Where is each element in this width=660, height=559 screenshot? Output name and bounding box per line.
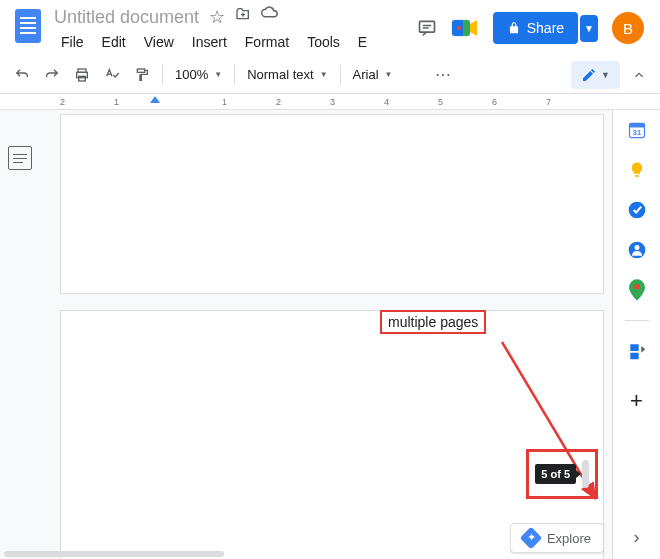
ruler-mark: 1 [222, 97, 276, 107]
document-page[interactable] [60, 114, 604, 294]
keep-icon[interactable] [627, 160, 647, 180]
explore-label: Explore [547, 531, 591, 546]
undo-button[interactable] [8, 61, 36, 89]
account-avatar[interactable]: B [612, 12, 644, 44]
menu-format[interactable]: Format [238, 30, 296, 54]
side-panel: 31 + › [612, 110, 660, 559]
annotation-label: multiple pages [380, 310, 486, 334]
svg-point-13 [634, 245, 639, 250]
svg-rect-6 [137, 69, 144, 72]
ruler-mark: 6 [492, 97, 546, 107]
menu-view[interactable]: View [137, 30, 181, 54]
menu-bar: File Edit View Insert Format Tools E [54, 30, 417, 54]
header-actions: Share ▼ B [417, 6, 652, 44]
app-header: Untitled document ☆ File Edit View Inser… [0, 0, 660, 56]
svg-rect-0 [419, 21, 434, 32]
document-outline-button[interactable] [8, 146, 32, 170]
title-area: Untitled document ☆ File Edit View Inser… [48, 6, 417, 54]
more-toolbar-button[interactable]: ⋯ [429, 59, 457, 90]
meet-icon[interactable] [451, 17, 479, 39]
ruler-mark: 1 [114, 97, 168, 107]
ruler-mark: 5 [438, 97, 492, 107]
editing-mode-button[interactable]: ▼ [571, 61, 620, 89]
spellcheck-button[interactable] [98, 61, 126, 89]
ruler-mark: 3 [330, 97, 384, 107]
toolbar-separator [234, 65, 235, 85]
ruler-mark: 7 [546, 97, 600, 107]
share-dropdown[interactable]: ▼ [580, 15, 598, 42]
explore-button[interactable]: Explore [510, 523, 604, 553]
svg-point-14 [634, 284, 639, 289]
cloud-status-icon[interactable] [261, 6, 279, 28]
move-icon[interactable] [235, 6, 251, 28]
menu-extensions-truncated[interactable]: E [351, 30, 374, 54]
explore-icon [520, 527, 543, 550]
addons-icon[interactable] [627, 341, 647, 361]
get-addons-button[interactable]: + [627, 391, 647, 411]
hide-sidepanel-button[interactable]: › [627, 527, 647, 547]
menu-edit[interactable]: Edit [95, 30, 133, 54]
horizontal-scrollbar[interactable] [4, 551, 224, 557]
menu-insert[interactable]: Insert [185, 30, 234, 54]
menu-tools[interactable]: Tools [300, 30, 347, 54]
calendar-icon[interactable]: 31 [627, 120, 647, 140]
sidepanel-divider [625, 320, 649, 321]
font-select[interactable]: Arial▼ [347, 63, 427, 86]
scrollbar-thumb[interactable] [582, 460, 589, 488]
paint-format-button[interactable] [128, 61, 156, 89]
star-icon[interactable]: ☆ [209, 6, 225, 28]
left-gutter [0, 110, 40, 559]
share-button[interactable]: Share [493, 12, 578, 44]
docs-logo-icon [15, 9, 41, 43]
svg-rect-9 [629, 123, 644, 127]
svg-point-2 [457, 26, 461, 30]
docs-logo[interactable] [8, 6, 48, 46]
redo-button[interactable] [38, 61, 66, 89]
document-title[interactable]: Untitled document [54, 7, 199, 28]
share-label: Share [527, 20, 564, 36]
ruler-mark: 2 [276, 97, 330, 107]
toolbar: 100%▼ Normal text▼ Arial▼ ⋯ ▼ [0, 56, 660, 94]
ruler-mark: 2 [60, 97, 114, 107]
comment-history-icon[interactable] [417, 18, 437, 38]
document-canvas[interactable]: multiple pages 5 of 5 Explore [40, 110, 612, 559]
print-button[interactable] [68, 61, 96, 89]
ruler-mark: 4 [384, 97, 438, 107]
contacts-icon[interactable] [627, 240, 647, 260]
page-count-badge: 5 of 5 [535, 464, 576, 484]
svg-text:31: 31 [632, 128, 640, 137]
pencil-icon [581, 67, 597, 83]
toolbar-separator [340, 65, 341, 85]
hide-menus-button[interactable] [626, 62, 652, 88]
menu-file[interactable]: File [54, 30, 91, 54]
tasks-icon[interactable] [627, 200, 647, 220]
content-area: multiple pages 5 of 5 Explore 31 + › [0, 110, 660, 559]
toolbar-separator [162, 65, 163, 85]
style-select[interactable]: Normal text▼ [241, 63, 333, 86]
horizontal-ruler[interactable]: 2 1 1 2 3 4 5 6 7 [0, 94, 660, 110]
page-indicator-highlight: 5 of 5 [526, 449, 598, 499]
maps-icon[interactable] [627, 280, 647, 300]
zoom-select[interactable]: 100%▼ [169, 63, 228, 86]
